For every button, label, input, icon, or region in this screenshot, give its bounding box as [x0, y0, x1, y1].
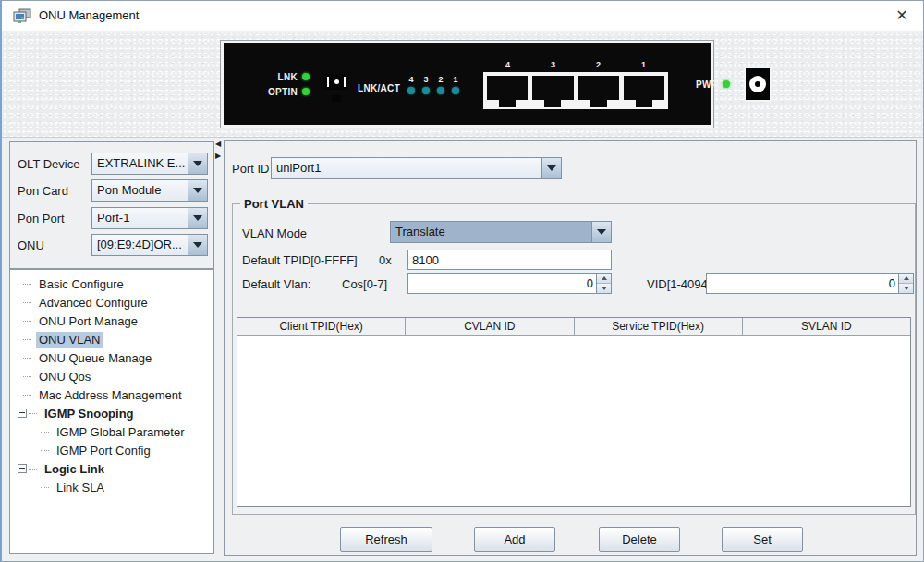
device-banner: LNK OPTIN LNK/ACT 4 [2, 32, 923, 138]
chevron-down-icon[interactable] [188, 180, 207, 201]
chevron-down-icon[interactable] [188, 208, 207, 228]
tree-item-logic-link[interactable]: Logic Link [10, 459, 213, 478]
tree-connector [41, 450, 49, 451]
tree-item-igmp-port-config[interactable]: IGMP Port Config [10, 441, 213, 459]
tree-item-igmp-snooping[interactable]: IGMP Snooping [10, 404, 213, 422]
onu-value: [09:E9:4D]OR... [92, 235, 188, 255]
port-vlan-group-title: Port VLAN [240, 197, 308, 211]
set-button[interactable]: Set [722, 527, 803, 552]
tree-connector [41, 487, 49, 488]
olt-device-label: OLT Device [18, 157, 79, 171]
tree-connector [23, 358, 31, 359]
tree-collapse-icon[interactable] [18, 409, 27, 418]
port-id-value: uniPort1 [272, 158, 541, 178]
lnk-label: LNK [278, 72, 298, 82]
onu-label: ONU [18, 238, 44, 252]
spin-up-icon[interactable] [597, 274, 611, 283]
tree-item-label: Link SLA [54, 480, 107, 495]
pon-card-select[interactable]: Pon Module [91, 179, 208, 202]
config-tree-panel: Basic Configure Advanced Configure ONU P… [9, 269, 214, 554]
optin-label: OPTIN [268, 87, 298, 97]
vlan-mode-value: Translate [391, 222, 591, 242]
chevron-down-icon[interactable] [188, 153, 207, 174]
onu-vlan-content-panel: Port ID uniPort1 Port VLAN VLAN Mode Tra… [224, 140, 917, 556]
olt-device-select[interactable]: EXTRALINK E... [91, 153, 208, 175]
tree-connector [23, 376, 31, 377]
cos-input[interactable] [408, 274, 596, 293]
spin-up-icon[interactable] [899, 274, 913, 283]
cos-spinner[interactable] [407, 273, 612, 294]
pon-port-value: Port-1 [92, 208, 188, 228]
lnkact-num-1: 1 [454, 75, 458, 84]
chevron-down-icon[interactable] [541, 158, 561, 178]
table-header-row: Client TPID(Hex) CVLAN ID Service TPID(H… [237, 318, 910, 336]
vlan-mode-select[interactable]: Translate [390, 221, 612, 243]
app-window-icon [13, 8, 31, 24]
port-num-1: 1 [641, 60, 646, 69]
window-title: ONU Management [39, 8, 139, 22]
lnkact-led-4 [407, 87, 415, 94]
port-num-4: 4 [505, 60, 510, 69]
chevron-down-icon[interactable] [188, 235, 207, 255]
vid-spinner[interactable] [706, 273, 914, 294]
tree-item-label: Advanced Configure [36, 295, 151, 311]
rj45-port-icon [532, 76, 573, 100]
port-id-label: Port ID [232, 162, 269, 176]
splitter-expand-icon[interactable]: ▶ [215, 153, 221, 160]
vid-input[interactable] [707, 274, 898, 293]
tree-item-onu-qos[interactable]: ONU Qos [10, 367, 213, 385]
tree-item-label: IGMP Port Config [54, 443, 153, 458]
optical-led-block: LNK OPTIN [268, 72, 310, 97]
lnkact-led-1 [452, 87, 459, 94]
tree-collapse-icon[interactable] [18, 464, 27, 473]
tree-connector [23, 302, 31, 303]
default-tpid-input[interactable] [407, 250, 612, 270]
tree-connector [23, 321, 31, 322]
delete-button[interactable]: Delete [599, 527, 680, 552]
rj45-port-icon [578, 76, 619, 100]
spin-down-icon[interactable] [899, 283, 913, 293]
spin-down-icon[interactable] [597, 283, 611, 293]
chevron-down-icon[interactable] [591, 222, 611, 242]
port-num-3: 3 [551, 60, 555, 69]
tree-item-basic-configure[interactable]: Basic Configure [10, 275, 213, 293]
tree-connector [29, 413, 37, 414]
rj45-port-icon [624, 76, 664, 100]
close-icon[interactable]: ✕ [888, 3, 916, 29]
olt-device-value: EXTRALINK E... [92, 153, 188, 174]
col-cvlan-id[interactable]: CVLAN ID [406, 318, 574, 335]
tree-item-onu-queue-manage[interactable]: ONU Queue Manage [10, 348, 213, 367]
col-service-tpid[interactable]: Service TPID(Hex) [575, 318, 743, 335]
splitter-collapse-icon[interactable]: ◀ [215, 140, 221, 148]
title-bar: ONU Management ✕ [2, 1, 923, 31]
lnkact-num-4: 4 [409, 75, 414, 84]
tree-connector [23, 395, 31, 396]
refresh-button[interactable]: Refresh [340, 527, 432, 552]
tree-item-label: IGMP Global Parameter [54, 424, 187, 440]
vlan-translate-table[interactable]: Client TPID(Hex) CVLAN ID Service TPID(H… [237, 317, 911, 507]
add-button[interactable]: Add [474, 527, 555, 552]
pon-port-select[interactable]: Port-1 [91, 207, 208, 229]
port-num-2: 2 [596, 60, 601, 69]
port-vlan-group: Port VLAN VLAN Mode Translate Default TP… [232, 203, 916, 515]
col-svlan-id[interactable]: SVLAN ID [743, 318, 910, 335]
tree-item-link-sla[interactable]: Link SLA [10, 478, 213, 496]
port-id-select[interactable]: uniPort1 [271, 157, 562, 179]
lnk-led [302, 73, 310, 80]
col-client-tpid[interactable]: Client TPID(Hex) [237, 318, 406, 335]
lnkact-led-3 [422, 87, 430, 94]
cos-label: Cos[0-7] [342, 277, 387, 291]
onu-select[interactable]: [09:E9:4D]OR... [91, 234, 208, 256]
onu-device-faceplate: LNK OPTIN LNK/ACT 4 [221, 41, 713, 128]
onu-management-window: ONU Management ✕ LNK OPTIN [0, 0, 924, 562]
tree-item-igmp-global-parameter[interactable]: IGMP Global Parameter [10, 422, 213, 441]
vlan-mode-label: VLAN Mode [242, 226, 307, 240]
rj45-port-row [483, 72, 668, 109]
tree-item-onu-vlan[interactable]: ONU VLAN [10, 330, 213, 348]
tree-item-onu-port-manage[interactable]: ONU Port Manage [10, 312, 213, 330]
tree-connector [29, 469, 37, 470]
tree-item-mac-address-management[interactable]: Mac Address Management [10, 385, 213, 404]
lnkact-led-block: LNK/ACT 4 3 2 1 [358, 75, 459, 94]
tree-connector [41, 432, 49, 433]
tree-item-advanced-configure[interactable]: Advanced Configure [10, 293, 213, 312]
